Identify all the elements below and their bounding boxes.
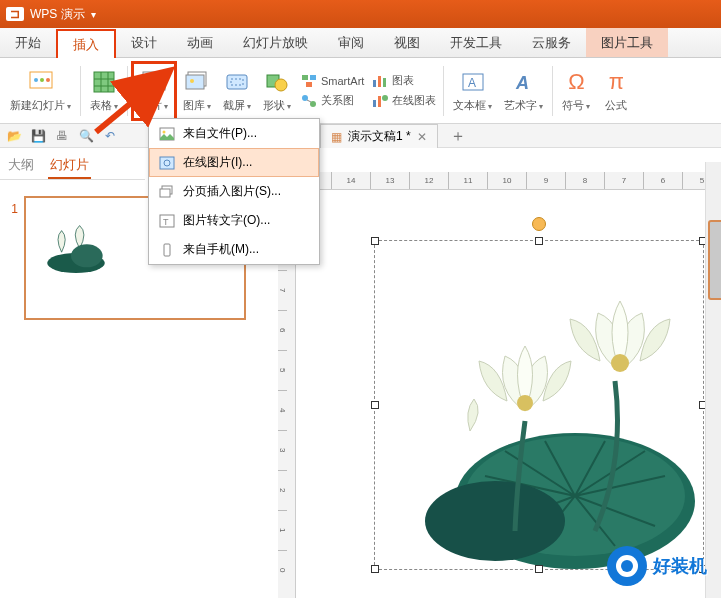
menu-online-picture[interactable]: 在线图片(I)... (149, 148, 319, 177)
menu-from-phone[interactable]: 来自手机(M)... (149, 235, 319, 264)
svg-point-29 (382, 95, 388, 101)
tab-design[interactable]: 设计 (116, 28, 172, 57)
smartart-icon (301, 73, 317, 89)
horizontal-ruler: 15141312111098765 (292, 172, 721, 190)
svg-rect-25 (378, 76, 381, 87)
svg-point-1 (34, 78, 38, 82)
screenshot-icon (223, 68, 251, 96)
outline-tab[interactable]: 大纲 (6, 154, 36, 179)
rotate-handle[interactable] (532, 217, 546, 231)
svg-point-2 (40, 78, 44, 82)
tab-slideshow[interactable]: 幻灯片放映 (228, 28, 323, 57)
titlebar-dropdown-icon[interactable]: ▾ (91, 9, 96, 20)
relation-button[interactable]: 关系图 (301, 93, 364, 109)
wordart-button[interactable]: A 艺术字▾ (498, 61, 549, 121)
online-chart-icon (372, 93, 388, 109)
scrollbar-thumb[interactable] (708, 220, 721, 300)
table-icon (90, 68, 118, 96)
new-slide-button[interactable]: 新建幻灯片▾ (4, 61, 77, 121)
picture-dropdown-menu: 来自文件(P)... 在线图片(I)... 分页插入图片(S)... T 图片转… (148, 118, 320, 265)
shapes-button[interactable]: 形状▾ (257, 61, 297, 121)
slide-canvas: 15141312111098765 9876543210 (262, 148, 721, 598)
textbox-button[interactable]: A 文本框▾ (447, 61, 498, 121)
pages-icon (159, 184, 175, 200)
vertical-scrollbar[interactable] (705, 162, 721, 598)
new-tab-button[interactable]: ＋ (450, 126, 466, 147)
chart-icon (372, 73, 388, 89)
watermark-logo (607, 546, 647, 586)
document-tab[interactable]: ▦ 演示文稿1 * ✕ (320, 124, 438, 148)
shapes-icon (263, 68, 291, 96)
resize-handle[interactable] (535, 565, 543, 573)
gallery-button[interactable]: 图库▾ (177, 61, 217, 121)
svg-point-34 (71, 244, 103, 267)
svg-point-48 (611, 354, 629, 372)
svg-rect-20 (306, 82, 312, 87)
svg-text:A: A (468, 76, 476, 90)
tab-picture-tools[interactable]: 图片工具 (586, 28, 668, 57)
picture-icon (159, 126, 175, 142)
gallery-icon (183, 68, 211, 96)
resize-handle[interactable] (371, 401, 379, 409)
close-tab-icon[interactable]: ✕ (417, 130, 427, 144)
selection-box[interactable] (374, 240, 704, 570)
svg-point-10 (147, 76, 151, 80)
menu-ocr[interactable]: T 图片转文字(O)... (149, 206, 319, 235)
svg-rect-12 (186, 75, 204, 89)
svg-text:T: T (163, 217, 169, 227)
tab-insert[interactable]: 插入 (56, 29, 116, 58)
smartart-button[interactable]: SmartArt (301, 73, 364, 89)
equation-icon: π (602, 68, 630, 96)
online-chart-button[interactable]: 在线图表 (372, 93, 436, 109)
resize-handle[interactable] (371, 565, 379, 573)
save-icon[interactable]: 💾 (30, 128, 46, 144)
online-picture-icon (159, 155, 175, 171)
svg-rect-24 (373, 80, 376, 87)
title-bar: ⊐ WPS 演示 ▾ (0, 0, 721, 28)
tab-home[interactable]: 开始 (0, 28, 56, 57)
svg-rect-37 (160, 157, 174, 169)
ocr-icon: T (159, 213, 175, 229)
relation-icon (301, 93, 317, 109)
textbox-icon: A (459, 68, 487, 96)
chart-button[interactable]: 图表 (372, 73, 436, 89)
svg-rect-26 (383, 78, 386, 87)
ribbon: 新建幻灯片▾ 表格▾ 图片▾ 图库▾ 截屏▾ 形状▾ SmartArt (0, 58, 721, 124)
phone-icon (159, 242, 175, 258)
svg-point-13 (190, 79, 194, 83)
menu-paged-picture[interactable]: 分页插入图片(S)... (149, 177, 319, 206)
watermark-text: 好装机 (653, 554, 707, 578)
print-icon[interactable]: 🖶 (54, 128, 70, 144)
resize-handle[interactable] (371, 237, 379, 245)
equation-button[interactable]: π 公式 (596, 61, 636, 121)
symbol-button[interactable]: Ω 符号▾ (556, 61, 596, 121)
tab-review[interactable]: 审阅 (323, 28, 379, 57)
doc-icon: ▦ (331, 130, 342, 144)
resize-handle[interactable] (535, 237, 543, 245)
tab-cloud[interactable]: 云服务 (517, 28, 586, 57)
picture-button[interactable]: 图片▾ (131, 61, 177, 121)
svg-rect-4 (94, 72, 114, 92)
lotus-image[interactable] (375, 241, 705, 571)
preview-icon[interactable]: 🔍 (78, 128, 94, 144)
menu-from-file[interactable]: 来自文件(P)... (149, 119, 319, 148)
thumbnail-image (40, 216, 112, 274)
screenshot-button[interactable]: 截屏▾ (217, 61, 257, 121)
tab-view[interactable]: 视图 (379, 28, 435, 57)
document-tabs: ▦ 演示文稿1 * ✕ ＋ (320, 124, 466, 148)
svg-rect-19 (310, 75, 316, 80)
svg-text:A: A (515, 73, 529, 93)
undo-icon[interactable]: ↶ (102, 128, 118, 144)
app-logo: ⊐ (6, 7, 24, 21)
picture-icon (140, 68, 168, 96)
tab-animation[interactable]: 动画 (172, 28, 228, 57)
slides-tab[interactable]: 幻灯片 (48, 154, 91, 179)
tab-devtools[interactable]: 开发工具 (435, 28, 517, 57)
open-icon[interactable]: 📂 (6, 128, 22, 144)
svg-point-36 (163, 130, 166, 133)
table-button[interactable]: 表格▾ (84, 61, 124, 121)
menu-bar: 开始 插入 设计 动画 幻灯片放映 审阅 视图 开发工具 云服务 图片工具 (0, 28, 721, 58)
symbol-icon: Ω (562, 68, 590, 96)
svg-point-3 (46, 78, 50, 82)
slide-number: 1 (4, 196, 18, 216)
